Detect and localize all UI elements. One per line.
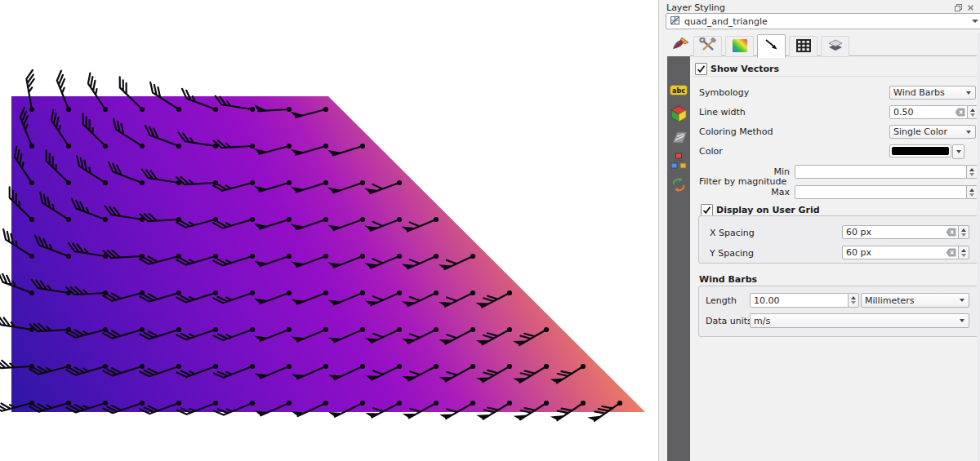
settings-tools-icon: [699, 38, 717, 55]
y-spacing-value: 60 px: [846, 247, 871, 258]
svg-text:abc: abc: [672, 86, 685, 94]
color-dropdown-arrow[interactable]: [952, 144, 964, 159]
symbology-dropdown[interactable]: Wind Barbs: [889, 86, 976, 100]
filter-max-stepper[interactable]: [966, 185, 978, 199]
chevron-down-icon: [972, 20, 978, 23]
length-unit-value: Millimeters: [865, 295, 915, 306]
panel-scrollbar[interactable]: [977, 33, 980, 461]
line-width-value: 0.50: [893, 107, 914, 117]
length-unit-dropdown[interactable]: Millimeters: [861, 293, 969, 308]
tab-vectors-arrow[interactable]: [757, 34, 786, 58]
wind-barbs-header: Wind Barbs: [699, 274, 757, 285]
panel-title: Layer Styling: [666, 2, 725, 13]
coloring-method-dropdown[interactable]: Single Color: [889, 125, 976, 139]
filter-max-label: Max: [757, 187, 790, 197]
contours-icon[interactable]: [669, 128, 688, 146]
symbology-value: Wind Barbs: [893, 87, 945, 98]
close-panel-button[interactable]: [965, 2, 975, 12]
display-on-user-grid-checkbox[interactable]: [701, 204, 713, 216]
length-stepper[interactable]: [848, 293, 859, 308]
undock-panel-button[interactable]: [953, 2, 963, 12]
coloring-method-label: Coloring Method: [699, 126, 773, 137]
contours-gradient-icon: [732, 38, 748, 55]
x-spacing-input[interactable]: 60 px: [842, 225, 960, 239]
color-swatch: [892, 147, 949, 155]
diagrams-icon[interactable]: [669, 152, 688, 170]
mesh-layer-icon: [670, 15, 681, 29]
history-icon[interactable]: [669, 175, 688, 193]
styling-tabbar: [693, 36, 849, 58]
mesh-frame-icon: [795, 38, 812, 55]
tab-mesh-frame[interactable]: [789, 36, 817, 57]
divider: [692, 76, 978, 77]
x-spacing-stepper[interactable]: [958, 225, 969, 239]
layer-selector-combo[interactable]: quad_and_triangle: [666, 13, 980, 29]
filter-max-input[interactable]: [795, 185, 968, 199]
styling-dock-strip: abc: [667, 56, 690, 461]
tab-stacking[interactable]: [821, 36, 849, 57]
x-spacing-label: X Spacing: [710, 228, 755, 238]
filter-min-input[interactable]: [795, 165, 968, 179]
y-spacing-stepper[interactable]: [958, 246, 969, 259]
tab-contours-gradient[interactable]: [725, 36, 754, 57]
x-spacing-value: 60 px: [846, 227, 871, 237]
labels-abc-icon[interactable]: abc: [669, 81, 688, 99]
y-spacing-label: Y Spacing: [710, 248, 754, 259]
data-units-label: Data units: [706, 316, 752, 326]
data-units-dropdown[interactable]: m/s: [750, 313, 969, 328]
coloring-method-value: Single Color: [893, 126, 947, 137]
clear-field-icon[interactable]: [946, 248, 956, 259]
symbology-label: Symbology: [699, 87, 749, 98]
map-canvas[interactable]: [0, 0, 658, 461]
y-spacing-input[interactable]: 60 px: [842, 246, 960, 259]
length-value: 10.00: [754, 295, 780, 306]
clear-field-icon[interactable]: [946, 228, 956, 239]
layer-name: quad_and_triangle: [684, 16, 768, 27]
color-label: Color: [699, 146, 723, 157]
clear-field-icon[interactable]: [955, 108, 965, 119]
filter-by-magnitude-label: Filter by magnitude: [699, 176, 786, 187]
filter-min-stepper[interactable]: [966, 165, 978, 179]
color-button[interactable]: [889, 144, 951, 157]
vectors-arrow-icon: [764, 38, 780, 55]
3d-cube-icon[interactable]: [669, 104, 688, 122]
display-on-user-grid-label: Display on User Grid: [716, 205, 820, 215]
show-vectors-checkbox[interactable]: [695, 63, 707, 75]
length-label: Length: [706, 295, 737, 306]
data-units-value: m/s: [754, 316, 770, 326]
layer-styling-panel: Layer Styling quad_and_triangle abc Show…: [658, 0, 980, 461]
line-width-label: Line width: [699, 107, 746, 117]
show-vectors-label: Show Vectors: [710, 64, 779, 74]
length-input[interactable]: 10.00: [750, 293, 849, 308]
mesh-canvas-svg: [0, 0, 658, 461]
sidebar-item-symbology[interactable]: [670, 33, 692, 53]
line-width-input[interactable]: 0.50: [889, 105, 969, 119]
stacking-icon: [827, 38, 844, 55]
tab-settings-tools[interactable]: [693, 36, 722, 57]
